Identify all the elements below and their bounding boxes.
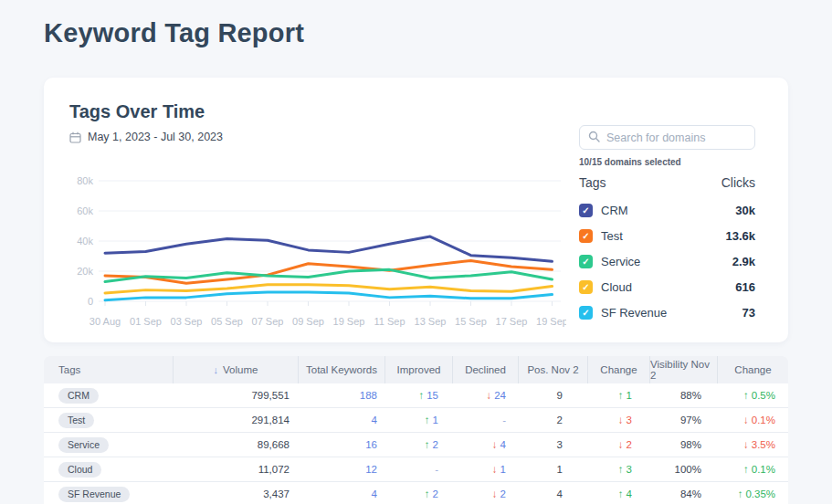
visibility-change: ↑0.35% bbox=[718, 482, 788, 504]
visibility-value: 84% bbox=[650, 482, 718, 504]
domains-selected-note: 10/15 domains selected bbox=[579, 157, 681, 167]
tags-over-time-chart: 80k60k40k20k030 Aug01 Sep03 Sep05 Sep07 … bbox=[55, 170, 566, 339]
keyword-tags-table: Tags ↓Volume Total Keywords Improved Dec… bbox=[44, 356, 788, 504]
volume-value: 89,668 bbox=[174, 433, 299, 457]
tag-pill[interactable]: Service bbox=[58, 437, 109, 453]
volume-value: 799,551 bbox=[174, 383, 299, 407]
position-change: ↓2 bbox=[588, 433, 650, 457]
tag-pill[interactable]: Cloud bbox=[58, 462, 101, 478]
volume-value: 3,437 bbox=[174, 482, 299, 504]
svg-text:13 Sep: 13 Sep bbox=[415, 316, 447, 327]
down-arrow-icon: ↓ bbox=[486, 390, 491, 401]
legend-clicks-value: 616 bbox=[735, 280, 755, 294]
legend-clicks-value: 73 bbox=[742, 306, 755, 320]
position-value: 2 bbox=[519, 408, 588, 432]
checkbox-crm[interactable]: ✓ bbox=[579, 204, 593, 217]
svg-text:19 Sep: 19 Sep bbox=[333, 316, 365, 327]
svg-text:60k: 60k bbox=[77, 205, 93, 216]
sort-descending-icon: ↓ bbox=[214, 364, 219, 375]
legend-clicks-value: 13.6k bbox=[725, 229, 755, 243]
improved-value: ↑2 bbox=[385, 482, 453, 504]
search-icon bbox=[588, 130, 600, 146]
svg-text:80k: 80k bbox=[77, 175, 93, 186]
header-volume[interactable]: ↓Volume bbox=[174, 356, 299, 383]
header-change-2[interactable]: Change bbox=[718, 356, 788, 383]
position-change: ↓3 bbox=[588, 408, 650, 432]
svg-text:19 Sep: 19 Sep bbox=[536, 316, 566, 327]
declined-value: ↓2 bbox=[453, 482, 519, 504]
declined-value: ↓1 bbox=[453, 457, 519, 481]
checkbox-cloud[interactable]: ✓ bbox=[579, 280, 593, 294]
checkbox-test[interactable]: ✓ bbox=[579, 229, 593, 243]
svg-text:09 Sep: 09 Sep bbox=[292, 316, 324, 327]
header-tags[interactable]: Tags bbox=[44, 356, 174, 383]
visibility-value: 100% bbox=[650, 457, 718, 481]
legend-label: Test bbox=[601, 229, 623, 243]
legend-label: Cloud bbox=[601, 280, 632, 294]
header-pos-nov-2[interactable]: Pos. Nov 2 bbox=[519, 356, 588, 383]
position-value: 9 bbox=[519, 383, 588, 407]
visibility-value: 88% bbox=[650, 383, 718, 407]
search-input[interactable] bbox=[606, 131, 746, 144]
tags-over-time-card: Tags Over Time May 1, 2023 - Jul 30, 202… bbox=[44, 78, 788, 342]
calendar-icon bbox=[69, 131, 81, 143]
down-arrow-icon: ↓ bbox=[492, 439, 498, 450]
tags-legend: ✓ CRM 30k ✓ Test 13.6k ✓ Service 2.9k ✓ … bbox=[579, 197, 755, 325]
page-title: Keyword Tag Report bbox=[44, 18, 304, 48]
keyword-tag-report-page: Keyword Tag Report Tags Over Time May 1,… bbox=[0, 0, 832, 504]
up-arrow-icon: ↑ bbox=[418, 390, 424, 401]
legend-item-crm[interactable]: ✓ CRM 30k bbox=[579, 197, 755, 223]
total-keywords-link[interactable]: 188 bbox=[360, 390, 377, 401]
legend-tags-header: Tags bbox=[579, 175, 606, 190]
chart-line-test bbox=[105, 260, 553, 283]
legend-item-cloud[interactable]: ✓ Cloud 616 bbox=[579, 274, 755, 299]
table-header-row: Tags ↓Volume Total Keywords Improved Dec… bbox=[44, 356, 788, 383]
svg-text:0: 0 bbox=[88, 296, 93, 307]
position-change: ↑1 bbox=[588, 383, 650, 407]
visibility-value: 97% bbox=[650, 408, 718, 432]
table-row-crm[interactable]: CRM 799,551 188 ↑15 ↓24 9 ↑1 88% ↑0.5% bbox=[44, 383, 788, 408]
visibility-value: 98% bbox=[650, 433, 718, 457]
table-row-sf-revenue[interactable]: SF Revenue 3,437 4 ↑2 ↓2 4 ↑4 84% ↑0.35% bbox=[44, 482, 788, 504]
svg-text:11 Sep: 11 Sep bbox=[374, 316, 405, 327]
legend-item-test[interactable]: ✓ Test 13.6k bbox=[579, 223, 755, 248]
improved-value: ↑1 bbox=[385, 408, 453, 432]
total-keywords-link[interactable]: 4 bbox=[372, 488, 377, 499]
date-range-picker[interactable]: May 1, 2023 - Jul 30, 2023 bbox=[69, 131, 223, 143]
tag-pill[interactable]: SF Revenue bbox=[58, 487, 130, 502]
svg-text:15 Sep: 15 Sep bbox=[455, 316, 487, 327]
tag-pill[interactable]: CRM bbox=[58, 388, 99, 404]
header-total-keywords[interactable]: Total Keywords bbox=[299, 356, 385, 383]
domain-search[interactable] bbox=[579, 125, 755, 150]
legend-clicks-value: 30k bbox=[735, 204, 755, 217]
position-value: 3 bbox=[519, 433, 588, 457]
chart-line-crm bbox=[105, 236, 553, 261]
header-change[interactable]: Change bbox=[588, 356, 650, 383]
legend-clicks-header: Clicks bbox=[721, 175, 755, 190]
table-row-test[interactable]: Test 291,814 4 ↑1 - 2 ↓3 97% ↓0.1% bbox=[44, 408, 788, 433]
legend-clicks-value: 2.9k bbox=[732, 255, 755, 268]
declined-value: ↓4 bbox=[453, 433, 519, 457]
table-row-service[interactable]: Service 89,668 16 ↑2 ↓4 3 ↓2 98% ↓3.5% bbox=[44, 433, 788, 457]
down-arrow-icon: ↓ bbox=[492, 488, 498, 499]
total-keywords-link[interactable]: 12 bbox=[365, 464, 377, 475]
legend-item-service[interactable]: ✓ Service 2.9k bbox=[579, 248, 755, 274]
header-declined[interactable]: Declined bbox=[453, 356, 519, 383]
visibility-change: ↑0.5% bbox=[718, 383, 788, 407]
checkbox-service[interactable]: ✓ bbox=[579, 255, 593, 268]
up-arrow-icon: ↑ bbox=[425, 488, 430, 499]
svg-text:01 Sep: 01 Sep bbox=[130, 316, 162, 327]
total-keywords-link[interactable]: 4 bbox=[372, 415, 377, 425]
svg-text:07 Sep: 07 Sep bbox=[252, 316, 284, 327]
total-keywords-link[interactable]: 16 bbox=[365, 439, 377, 450]
header-visibility-nov-2[interactable]: Visibility Nov 2 bbox=[650, 356, 718, 383]
svg-text:03 Sep: 03 Sep bbox=[171, 316, 203, 327]
legend-label: Service bbox=[601, 255, 640, 268]
table-row-cloud[interactable]: Cloud 11,072 12 - ↓1 1 ↑3 100% ↑0.1% bbox=[44, 457, 788, 482]
visibility-change: ↓3.5% bbox=[718, 433, 788, 457]
tag-pill[interactable]: Test bbox=[58, 413, 94, 428]
legend-item-sf-revenue[interactable]: ✓ SF Revenue 73 bbox=[579, 299, 755, 325]
up-arrow-icon: ↑ bbox=[425, 415, 430, 425]
checkbox-sf-revenue[interactable]: ✓ bbox=[579, 306, 593, 320]
header-improved[interactable]: Improved bbox=[385, 356, 453, 383]
